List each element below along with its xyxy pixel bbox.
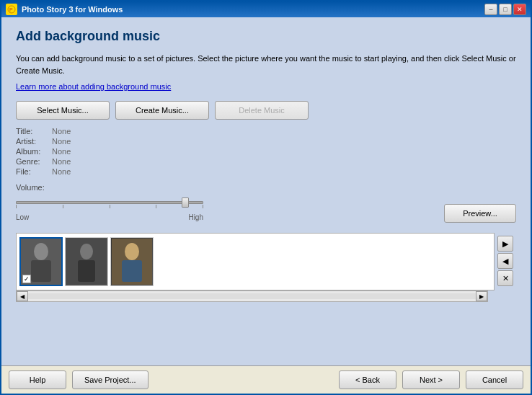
preview-button[interactable]: Preview... — [444, 204, 516, 223]
delete-music-button[interactable]: Delete Music — [215, 101, 309, 120]
slider-track — [16, 201, 203, 204]
content-area: Add background music You can add backgro… — [1, 17, 531, 365]
window-controls: – □ ✕ — [484, 4, 526, 15]
music-info-panel: Title: None Artist: None Album: None Gen… — [16, 127, 516, 176]
volume-section: Volume: Low High — [16, 183, 203, 221]
photo-strip: ✓ — [17, 234, 156, 290]
photo-thumb-1[interactable]: ✓ — [19, 237, 63, 286]
music-action-buttons: Select Music... Create Music... Delete M… — [16, 101, 516, 120]
save-project-button[interactable]: Save Project... — [72, 370, 148, 389]
photo-strip-row: ✓ — [16, 233, 516, 290]
svg-rect-4 — [31, 260, 51, 282]
main-window: P Photo Story 3 for Windows – □ ✕ Add ba… — [0, 0, 532, 395]
strip-back-button[interactable]: ◀ — [497, 253, 513, 269]
album-label: Album: — [16, 147, 52, 156]
genre-label: Genre: — [16, 157, 52, 166]
scroll-left-button[interactable]: ◀ — [17, 291, 28, 301]
back-button[interactable]: < Back — [339, 370, 396, 389]
select-music-button[interactable]: Select Music... — [16, 101, 110, 120]
back-icon: ◀ — [502, 257, 508, 266]
preview-area: Preview... — [444, 204, 516, 223]
title-bar-text: Photo Story 3 for Windows — [22, 5, 480, 14]
scrollbar-track — [28, 293, 476, 299]
svg-point-3 — [34, 243, 48, 260]
tick-2 — [63, 205, 63, 208]
cancel-button[interactable]: Cancel — [466, 370, 523, 389]
slider-labels: Low High — [16, 213, 203, 221]
tick-3 — [110, 205, 110, 208]
svg-point-9 — [125, 243, 139, 260]
scroll-right-button[interactable]: ▶ — [476, 291, 487, 301]
svg-rect-7 — [78, 260, 95, 282]
check-indicator-1: ✓ — [22, 275, 31, 283]
forward-icon: ▶ — [502, 239, 508, 249]
strip-forward-button[interactable]: ▶ — [497, 236, 513, 252]
help-button[interactable]: Help — [9, 370, 66, 389]
volume-slider-container — [16, 195, 203, 209]
svg-rect-10 — [122, 260, 142, 282]
strip-close-button[interactable]: ✕ — [497, 270, 513, 286]
file-value: None — [52, 167, 138, 176]
close-button[interactable]: ✕ — [513, 4, 526, 15]
title-value: None — [52, 127, 138, 136]
high-label: High — [188, 213, 203, 221]
volume-slider-thumb[interactable] — [182, 198, 189, 208]
next-button[interactable]: Next > — [402, 370, 460, 389]
tick-5 — [203, 205, 203, 208]
footer: Help Save Project... < Back Next > Cance… — [1, 365, 531, 394]
svg-text:P: P — [9, 7, 13, 12]
low-label: Low — [16, 213, 29, 221]
app-icon: P — [6, 4, 17, 15]
tick-4 — [156, 205, 156, 208]
artist-label: Artist: — [16, 137, 52, 146]
slider-ticks — [16, 205, 203, 208]
footer-right: < Back Next > Cancel — [339, 370, 523, 389]
tick-1 — [16, 205, 17, 208]
page-title: Add background music — [16, 29, 516, 44]
photo-strip-wrapper: ✓ — [16, 233, 495, 290]
strip-scrollbar[interactable]: ◀ ▶ — [16, 290, 488, 302]
scrollbar-row: ◀ ▶ — [16, 290, 516, 305]
learn-more-link[interactable]: Learn more about adding background music — [16, 82, 516, 91]
photo-image-2 — [66, 238, 107, 285]
artist-value: None — [52, 137, 138, 146]
title-label: Title: — [16, 127, 52, 136]
file-label: File: — [16, 167, 52, 176]
minimize-button[interactable]: – — [484, 4, 497, 15]
title-bar: P Photo Story 3 for Windows – □ ✕ — [1, 1, 531, 17]
genre-value: None — [52, 157, 138, 166]
svg-point-6 — [80, 244, 93, 259]
description-text: You can add background music to a set of… — [16, 53, 516, 76]
create-music-button[interactable]: Create Music... — [115, 101, 209, 120]
photo-thumb-2[interactable] — [65, 237, 108, 286]
strip-controls: ▶ ◀ ✕ — [495, 233, 516, 290]
photo-image-3 — [111, 238, 153, 285]
album-value: None — [52, 147, 138, 156]
volume-label: Volume: — [16, 183, 203, 192]
volume-preview-row: Volume: Low High — [16, 183, 516, 227]
maximize-button[interactable]: □ — [499, 4, 512, 15]
photo-thumb-3[interactable] — [110, 237, 154, 286]
footer-left: Help Save Project... — [9, 370, 148, 389]
close-icon: ✕ — [502, 274, 509, 283]
